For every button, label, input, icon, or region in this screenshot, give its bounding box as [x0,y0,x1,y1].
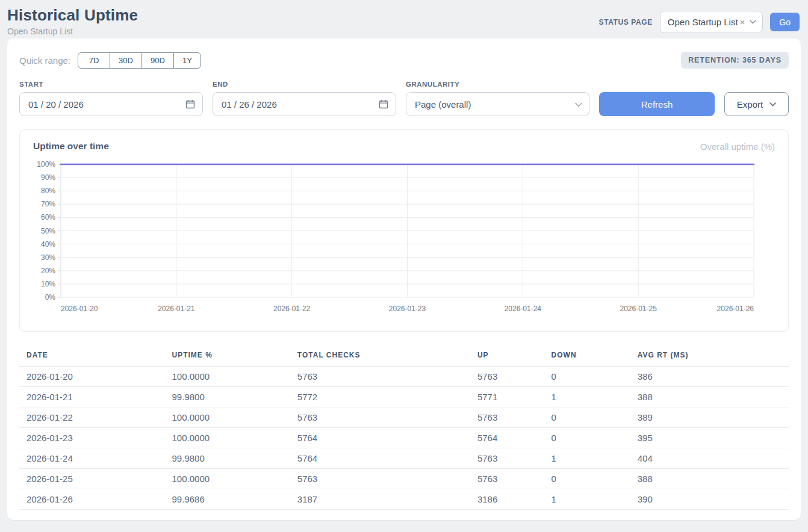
chevron-down-icon [750,20,756,24]
cell-date: 2026-01-24 [19,448,165,469]
clear-selection-icon[interactable]: × [740,17,745,27]
cell-up: 5763 [470,469,544,489]
table-row: 2026-01-24 99.9800 5764 5763 1 404 [19,448,789,469]
cell-total-checks: 5763 [290,469,470,489]
table-row: 2026-01-21 99.9800 5772 5771 1 388 [19,387,789,407]
cell-down: 0 [544,407,630,428]
cell-total-checks: 5763 [290,367,470,387]
column-header-up: UP [470,346,544,367]
status-page-label: STATUS PAGE [599,18,653,26]
svg-text:100%: 100% [37,160,55,169]
cell-uptime: 99.9800 [165,448,290,469]
cell-date: 2026-01-25 [19,469,165,489]
granularity-selected-value: Page (overall) [415,99,471,110]
table-row: 2026-01-26 99.9686 3187 3186 1 390 [19,489,789,510]
svg-text:40%: 40% [41,240,55,249]
cell-uptime: 99.9686 [165,489,290,510]
x-axis-label: 2026-01-24 [505,305,542,313]
main-panel: Quick range: 7D 30D 90D 1Y RETENTION: 36… [7,39,801,520]
x-axis-label: 2026-01-25 [620,305,657,313]
cell-down: 1 [544,448,630,469]
cell-avg-rt: 404 [630,448,789,469]
cell-up: 5771 [470,387,544,407]
column-header-uptime: UPTIME % [165,346,290,367]
export-button-label: Export [737,99,763,110]
table-row: 2026-01-22 100.0000 5763 5763 0 389 [19,407,789,428]
svg-text:90%: 90% [41,173,55,182]
quick-range-90d-button[interactable]: 90D [141,52,174,69]
status-page-selected-value: Open Startup List [668,17,738,27]
quick-range-group: Quick range: 7D 30D 90D 1Y [19,52,201,69]
page-header: Historical Uptime Open Startup List STAT… [0,0,808,39]
column-header-avg-rt: AVG RT (MS) [630,346,789,367]
granularity-field: GRANULARITY Page (overall) [406,81,589,116]
granularity-label: GRANULARITY [406,81,589,88]
svg-text:30%: 30% [41,253,55,262]
cell-total-checks: 5763 [290,407,470,428]
quick-range-7d-button[interactable]: 7D [78,52,110,69]
table-row: 2026-01-25 100.0000 5763 5763 0 388 [19,469,789,489]
chevron-down-icon [769,102,776,107]
svg-text:60%: 60% [41,213,55,221]
cell-up: 5763 [470,448,544,469]
header-controls: STATUS PAGE Open Startup List × Go [599,11,800,33]
x-axis-label: 2026-01-26 [717,305,754,313]
cell-avg-rt: 390 [630,489,789,510]
table-header: DATE UPTIME % TOTAL CHECKS UP DOWN AVG R… [19,346,789,367]
end-date-label: END [213,81,396,88]
table-row: 2026-01-23 100.0000 5764 5764 0 395 [19,428,789,448]
cell-uptime: 99.9800 [165,387,290,407]
column-header-total-checks: TOTAL CHECKS [290,346,470,367]
quick-range-row: Quick range: 7D 30D 90D 1Y RETENTION: 36… [19,52,789,69]
cell-date: 2026-01-21 [19,387,165,407]
svg-text:80%: 80% [41,187,55,195]
end-date-field: END 01 / 26 / 2026 [213,81,396,116]
chart-legend-label: Overall uptime (%) [700,141,775,152]
cell-down: 1 [544,387,630,407]
filter-row: START 01 / 20 / 2026 END 01 / 26 / 2026 … [19,81,789,116]
start-date-input[interactable]: 01 / 20 / 2026 [19,92,203,116]
refresh-button[interactable]: Refresh [599,92,715,116]
cell-avg-rt: 395 [630,428,789,448]
calendar-icon[interactable] [379,99,388,109]
cell-avg-rt: 388 [630,469,789,489]
quick-range-1y-button[interactable]: 1Y [173,52,201,69]
end-date-value: 01 / 26 / 2026 [222,99,277,110]
cell-up: 3186 [470,489,544,510]
cell-down: 0 [544,367,630,387]
cell-down: 1 [544,489,630,510]
cell-avg-rt: 389 [630,407,789,428]
header-titles: Historical Uptime Open Startup List [7,6,138,36]
cell-date: 2026-01-22 [19,407,165,428]
x-axis-label: 2026-01-21 [158,305,195,313]
cell-down: 0 [544,469,630,489]
svg-text:20%: 20% [41,267,55,275]
status-page-select[interactable]: Open Startup List × [660,11,763,33]
end-date-input[interactable]: 01 / 26 / 2026 [213,92,396,116]
go-button[interactable]: Go [770,13,800,31]
granularity-select[interactable]: Page (overall) [406,92,589,116]
cell-uptime: 100.0000 [165,367,290,387]
svg-text:0%: 0% [45,293,56,302]
chart-header: Uptime over time Overall uptime (%) [33,141,775,152]
cell-down: 0 [544,428,630,448]
start-date-field: START 01 / 20 / 2026 [19,81,203,116]
cell-date: 2026-01-20 [19,367,165,387]
cell-uptime: 100.0000 [165,428,290,448]
uptime-table: DATE UPTIME % TOTAL CHECKS UP DOWN AVG R… [19,346,789,510]
cell-avg-rt: 386 [630,367,789,387]
uptime-line-chart: 0%10%20%30%40%50%60%70%80%90%100%2026-01… [33,159,775,317]
cell-uptime: 100.0000 [165,407,290,428]
quick-range-label: Quick range: [19,55,70,66]
cell-up: 5763 [470,407,544,428]
export-button[interactable]: Export [724,92,789,116]
retention-badge: RETENTION: 365 DAYS [681,52,789,69]
column-header-down: DOWN [544,346,630,367]
column-header-date: DATE [19,346,165,367]
x-axis-label: 2026-01-23 [389,305,426,313]
cell-up: 5763 [470,367,544,387]
calendar-icon[interactable] [185,99,195,109]
svg-text:10%: 10% [41,280,55,288]
cell-date: 2026-01-23 [19,428,165,448]
quick-range-30d-button[interactable]: 30D [110,52,142,69]
